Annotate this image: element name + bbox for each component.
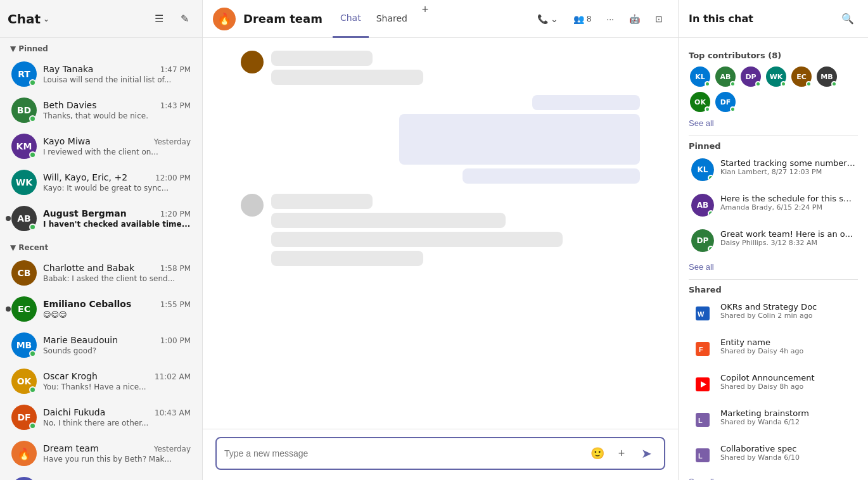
phone-icon: 📞 [537, 14, 548, 24]
chat-item-team-design[interactable]: TDTeam Design TemplateYesterdayReta: Let… [4, 472, 198, 480]
copilot-button[interactable]: 🤖 [624, 11, 645, 27]
chat-time-text: Yesterday [154, 137, 191, 146]
chat-item-ray-tanaka[interactable]: RTRay Tanaka1:47 PMLouisa will send the … [4, 56, 198, 92]
pinned-sub-text: Amanda Brady, 6/15 2:24 PM [720, 203, 855, 212]
chat-info: Will, Kayo, Eric, +212:00 PMKayo: It wou… [43, 172, 191, 193]
send-button[interactable]: ➤ [636, 443, 656, 464]
add-tab-button[interactable]: + [415, 0, 435, 20]
chat-item-daichi-fukuda[interactable]: DFDaichi Fukuda10:43 AMNo, I think there… [4, 400, 198, 435]
rp-shared-item-4[interactable]: LCollaborative specShared by Wanda 6/10 [689, 441, 858, 469]
shared-file-name: OKRs and Strategy Doc [720, 302, 855, 312]
rp-pinned-item-0[interactable]: KLStarted tracking some number ...Kian L… [689, 156, 858, 184]
avatar-wrap: OK [11, 369, 37, 394]
avatar-wrap: 🔥 [11, 441, 37, 466]
chat-item-marie-beaudouin[interactable]: MBMarie Beaudouin1:00 PMSounds good? [4, 327, 198, 363]
new-chat-button[interactable]: ✎ [174, 9, 195, 29]
chat-name-text: Emiliano Ceballos [43, 299, 131, 309]
chat-item-august-bergman[interactable]: ABAugust Bergman1:20 PMI haven't checked… [4, 201, 198, 236]
chat-time-text: 10:43 AM [155, 408, 191, 417]
chat-name-text: Marie Beaudouin [43, 335, 118, 345]
contributors-see-all-button[interactable]: See all [689, 118, 714, 128]
chat-name-row: Oscar Krogh11:02 AM [43, 371, 191, 381]
chat-item-kayo-miwa[interactable]: KMKayo MiwaYesterdayI reviewed with the … [4, 129, 198, 164]
chat-info: Kayo MiwaYesterdayI reviewed with the cl… [43, 136, 191, 156]
attach-button[interactable]: + [612, 444, 631, 463]
rp-shared-item-0[interactable]: WOKRs and Strategy DocShared by Colin 2 … [689, 300, 858, 327]
more-button[interactable]: ··· [601, 11, 619, 27]
msg-avatar-1 [241, 51, 264, 73]
pinned-avatar-wrap: KL [691, 158, 714, 181]
shared-text-wrap: Marketing brainstormShared by Wanda 6/12 [720, 408, 855, 426]
chat-preview-text: Sounds good? [43, 346, 191, 355]
chat-name-text: Dream team [43, 443, 99, 453]
chat-preview-text: 😊😊😊 [43, 310, 191, 319]
contributors-label: Top contributors (8) [689, 51, 858, 60]
pinned-sub-text: Daisy Phillips. 3/12 8:32 AM [720, 239, 855, 247]
shared-file-sub: Shared by Colin 2 min ago [720, 312, 855, 320]
chat-item-oscar-krogh[interactable]: OKOscar Krogh11:02 AMYou: Thanks! Have a… [4, 363, 198, 399]
chat-name-row: August Bergman1:20 PM [43, 208, 191, 218]
shared-file-name: Collaborative spec [720, 444, 855, 453]
rp-pinned-item-1[interactable]: ABHere is the schedule for this se...Ama… [689, 191, 858, 219]
rp-shared-item-2[interactable]: Copilot AnnouncementShared by Daisy 8h a… [689, 370, 858, 398]
pinned-see-all-button[interactable]: See all [689, 262, 714, 272]
chat-item-will-kayo-eric[interactable]: WKWill, Kayo, Eric, +212:00 PMKayo: It w… [4, 165, 198, 200]
contributor-status [730, 106, 736, 112]
chat-item-emiliano-ceballos[interactable]: ECEmiliano Ceballos1:55 PM😊😊😊 [4, 291, 198, 327]
rp-shared-item-3[interactable]: LMarketing brainstormShared by Wanda 6/1… [689, 406, 858, 434]
chat-name-row: Daichi Fukuda10:43 AM [43, 407, 191, 417]
recent-chevron-icon: ▼ [10, 243, 16, 252]
chat-name-text: Kayo Miwa [43, 136, 91, 146]
call-chevron: ⌄ [551, 14, 558, 24]
popout-button[interactable]: ⊡ [650, 11, 668, 27]
filter-button[interactable]: ☰ [149, 9, 169, 29]
message-input[interactable] [224, 448, 583, 458]
sidebar-header: Chat ⌄ ☰ ✎ [0, 0, 202, 38]
avatar-wrap: MB [11, 332, 37, 358]
shared-file-sub: Shared by Daisy 4h ago [720, 347, 855, 355]
chat-name-row: Dream teamYesterday [43, 443, 191, 453]
shared-file-name: Entity name [720, 338, 855, 347]
contributor-avatar-7: DF [714, 91, 737, 113]
main-tabs: Chat Shared + [333, 0, 435, 38]
shared-file-icon-figma: F [691, 338, 714, 360]
sidebar-icons: ☰ ✎ [149, 9, 195, 29]
pinned-status [708, 210, 714, 217]
chat-info: Daichi Fukuda10:43 AMNo, I think there a… [43, 407, 191, 427]
svg-text:L: L [698, 417, 703, 424]
unread-dot [6, 216, 11, 221]
chat-name-row: Beth Davies1:43 PM [43, 100, 191, 110]
avatar: 🔥 [11, 441, 37, 466]
avatar: WK [11, 170, 37, 195]
chat-item-beth-davies[interactable]: BDBeth Davies1:43 PMThanks, that would b… [4, 92, 198, 128]
rp-pinned-item-2[interactable]: DPGreat work team! Here is an o...Daisy … [689, 227, 858, 255]
avatar-wrap: DF [11, 405, 37, 430]
chat-info: Ray Tanaka1:47 PMLouisa will send the in… [43, 64, 191, 84]
sidebar-list: ▼ Pinned RTRay Tanaka1:47 PMLouisa will … [0, 38, 202, 480]
chat-time-text: 1:00 PM [160, 336, 191, 345]
header-right: 📞 ⌄ 👥 8 ··· 🤖 ⊡ [532, 11, 668, 27]
call-button[interactable]: 📞 ⌄ [532, 11, 563, 27]
chat-item-dream-team[interactable]: 🔥Dream teamYesterdayHave you run this by… [4, 436, 198, 471]
chat-name-row: Emiliano Ceballos1:55 PM [43, 299, 191, 309]
chat-info: Charlotte and Babak1:58 PMBabak: I asked… [43, 263, 191, 283]
emoji-button[interactable]: 🙂 [588, 444, 607, 463]
avatar-wrap: WK [11, 170, 37, 195]
shared-file-icon-word: W [691, 302, 714, 325]
tab-chat[interactable]: Chat [333, 0, 369, 38]
chat-item-charlotte-babak[interactable]: CBCharlotte and Babak1:58 PMBabak: I ask… [4, 255, 198, 291]
status-dot [29, 350, 36, 357]
tab-shared[interactable]: Shared [369, 0, 415, 38]
msg-bubbles-2 [400, 95, 640, 184]
shared-text-wrap: OKRs and Strategy DocShared by Colin 2 m… [720, 302, 855, 320]
shared-see-all-button[interactable]: See all [689, 477, 714, 480]
participants-button[interactable]: 👥 8 [568, 11, 596, 27]
sidebar-title-text: Chat [8, 11, 41, 27]
sidebar-title-chevron: ⌄ [43, 15, 49, 23]
pinned-chevron-icon: ▼ [10, 44, 16, 53]
search-button[interactable]: 🔍 [838, 9, 858, 29]
status-dot [29, 386, 36, 393]
shared-file-icon-loop2: L [691, 444, 714, 467]
rp-shared-item-1[interactable]: FEntity nameShared by Daisy 4h ago [689, 335, 858, 363]
avatar-wrap: AB [11, 206, 37, 231]
